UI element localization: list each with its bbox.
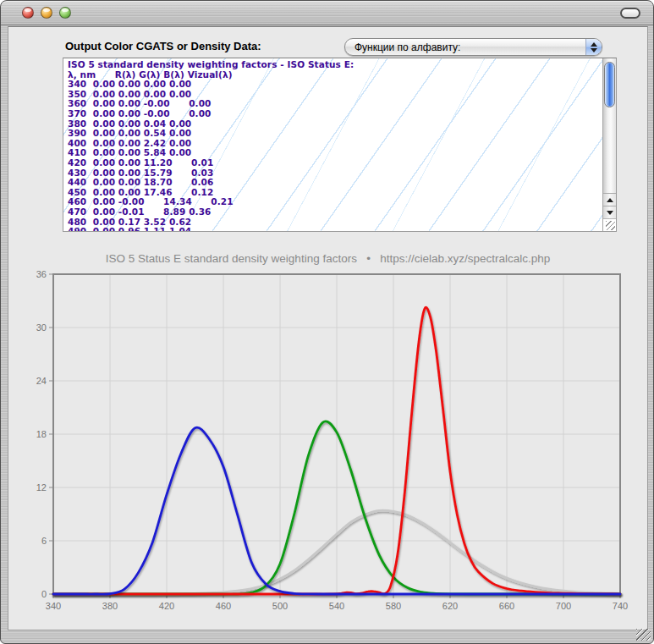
function-select[interactable]: Функции по алфавиту: bbox=[344, 38, 602, 56]
y-tick-label: 18 bbox=[36, 429, 47, 439]
x-tick-label: 660 bbox=[499, 601, 514, 611]
x-tick-label: 620 bbox=[442, 601, 458, 611]
output-data-label: Output Color CGATS or Density Data: bbox=[65, 40, 261, 52]
close-button[interactable] bbox=[22, 7, 34, 19]
y-tick-label: 6 bbox=[41, 536, 47, 546]
toolbar-toggle-button[interactable] bbox=[620, 8, 640, 19]
stepper-up-icon bbox=[591, 42, 597, 47]
x-tick-label: 420 bbox=[159, 601, 174, 611]
x-tick-label: 460 bbox=[216, 601, 231, 611]
y-tick-label: 24 bbox=[36, 376, 47, 386]
zoom-button[interactable] bbox=[59, 7, 71, 19]
minimize-button[interactable] bbox=[41, 7, 52, 19]
popup-stepper[interactable] bbox=[585, 39, 602, 55]
y-tick-label: 36 bbox=[36, 271, 47, 279]
scroll-up-icon bbox=[607, 198, 613, 202]
x-tick-label: 540 bbox=[329, 601, 344, 611]
x-tick-label: 500 bbox=[272, 601, 288, 611]
x-tick-label: 380 bbox=[102, 601, 118, 611]
density-data-panel: ISO 5 standard density weighting factors… bbox=[63, 58, 617, 232]
density-data-textarea[interactable]: ISO 5 standard density weighting factors… bbox=[63, 58, 604, 231]
x-tick-label: 740 bbox=[613, 601, 628, 611]
scroll-up-button[interactable] bbox=[603, 193, 616, 206]
chart-title: ISO 5 Status E standard density weightin… bbox=[8, 252, 647, 265]
scroll-down-button[interactable] bbox=[603, 206, 616, 218]
function-select-value: Функции по алфавиту: bbox=[354, 41, 460, 53]
stepper-down-icon bbox=[591, 48, 597, 52]
window-resize-grip[interactable] bbox=[636, 629, 651, 641]
title-bar[interactable] bbox=[1, 1, 653, 25]
vertical-scrollbar[interactable] bbox=[602, 58, 616, 231]
x-tick-label: 580 bbox=[386, 601, 401, 611]
content-area: Output Color CGATS or Density Data: Функ… bbox=[8, 26, 648, 630]
textarea-resize-grip[interactable] bbox=[603, 218, 616, 231]
scrollbar-thumb[interactable] bbox=[604, 62, 615, 107]
x-tick-label: 700 bbox=[556, 601, 571, 611]
scroll-down-icon bbox=[607, 211, 613, 215]
x-tick-label: 340 bbox=[46, 601, 61, 611]
y-tick-label: 0 bbox=[41, 589, 47, 599]
y-tick-label: 12 bbox=[36, 482, 47, 493]
spectral-chart: 3403804204605005405806206607007400612182… bbox=[8, 271, 649, 626]
y-tick-label: 30 bbox=[36, 322, 47, 333]
app-window: Output Color CGATS or Density Data: Функ… bbox=[0, 0, 654, 644]
